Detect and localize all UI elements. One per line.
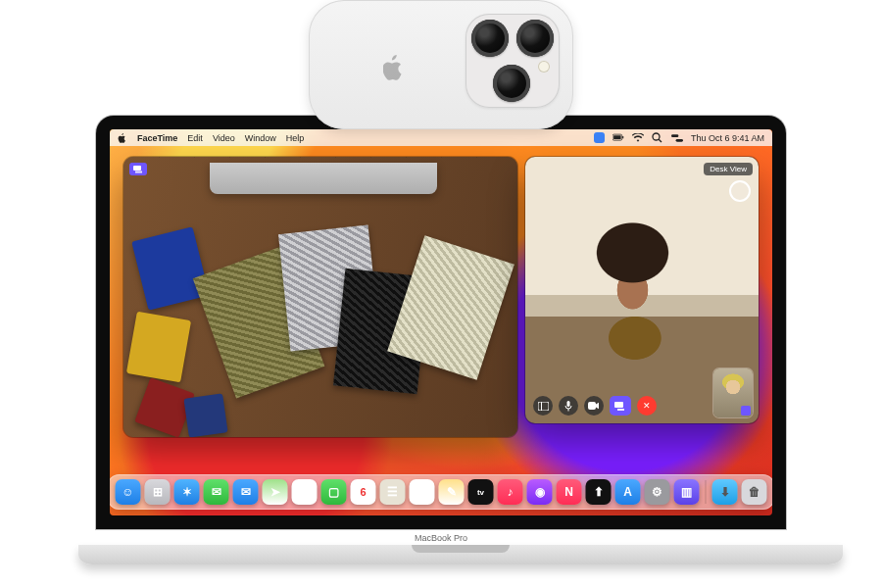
dock-app-stocks[interactable]: ⬆ bbox=[586, 479, 612, 505]
dock-app-maps[interactable]: ➤ bbox=[263, 479, 288, 505]
facetime-controls: ✕ bbox=[533, 396, 657, 416]
sample-block-navy bbox=[183, 393, 227, 437]
iphone-flash-icon bbox=[538, 61, 550, 73]
iphone-camera-bump bbox=[466, 14, 560, 108]
dock-app-finder[interactable]: ☺ bbox=[116, 479, 141, 505]
laptop-notch-cut bbox=[412, 545, 510, 553]
dock-app-photos[interactable]: ✿ bbox=[292, 479, 318, 505]
desktop: FaceTime Edit Video Window Help bbox=[110, 129, 772, 515]
dock: ☺⊞✶✉✉➤✿▢6☰☑✎tv♪◉N⬆A⚙▥⬇🗑 bbox=[110, 474, 772, 510]
desk-view-indicator-icon[interactable] bbox=[129, 163, 147, 175]
svg-point-3 bbox=[653, 133, 660, 140]
svg-line-4 bbox=[660, 139, 662, 142]
battery-icon[interactable] bbox=[612, 132, 624, 144]
continuity-camera-menu-icon[interactable] bbox=[594, 132, 605, 143]
dock-app-downloads[interactable]: ⬇ bbox=[712, 479, 738, 505]
dock-app-tv[interactable]: tv bbox=[468, 479, 494, 505]
dock-app-contacts[interactable]: ☰ bbox=[380, 479, 406, 505]
macbook: FaceTime Edit Video Window Help bbox=[78, 116, 804, 564]
wifi-icon[interactable] bbox=[632, 132, 644, 144]
svg-rect-8 bbox=[135, 171, 142, 172]
svg-rect-12 bbox=[588, 402, 596, 410]
dock-app-safari[interactable]: ✶ bbox=[174, 479, 200, 505]
dock-app-messages[interactable]: ✉ bbox=[204, 479, 229, 505]
self-view-pip[interactable] bbox=[713, 368, 753, 417]
desk-view-window[interactable] bbox=[123, 157, 517, 437]
dock-app-mail[interactable]: ✉ bbox=[233, 479, 259, 505]
laptop-edge-in-view bbox=[210, 163, 437, 194]
svg-rect-13 bbox=[614, 402, 623, 408]
menu-item-edit[interactable]: Edit bbox=[187, 133, 203, 143]
end-call-button[interactable]: ✕ bbox=[637, 396, 657, 416]
menu-bar-clock[interactable]: Thu Oct 6 9:41 AM bbox=[691, 133, 764, 143]
iphone-lens-icon bbox=[493, 65, 530, 102]
svg-rect-6 bbox=[676, 138, 683, 141]
spotlight-icon[interactable] bbox=[652, 132, 663, 144]
menu-app-name[interactable]: FaceTime bbox=[137, 133, 177, 143]
svg-rect-14 bbox=[617, 409, 624, 411]
share-screen-button[interactable] bbox=[610, 396, 631, 416]
menu-item-help[interactable]: Help bbox=[286, 133, 305, 143]
laptop-model-label: MacBook Pro bbox=[78, 533, 804, 543]
dock-app-reminders[interactable]: ☑ bbox=[410, 479, 435, 505]
dock-app-facetime[interactable]: ▢ bbox=[321, 479, 347, 505]
dock-app-notes[interactable]: ✎ bbox=[439, 479, 465, 505]
camera-button[interactable] bbox=[584, 396, 604, 416]
menu-item-window[interactable]: Window bbox=[245, 133, 276, 143]
menu-bar: FaceTime Edit Video Window Help bbox=[110, 129, 772, 146]
svg-rect-1 bbox=[613, 135, 621, 139]
pip-share-icon bbox=[741, 406, 751, 416]
apple-logo-icon bbox=[383, 55, 405, 80]
dock-app-calendar[interactable]: 6 bbox=[351, 479, 376, 505]
dock-app-launchpad[interactable]: ⊞ bbox=[145, 479, 171, 505]
svg-rect-2 bbox=[622, 136, 623, 138]
iphone-lens-icon bbox=[516, 20, 554, 57]
iphone-continuity-camera bbox=[309, 0, 573, 129]
dock-app-trash[interactable]: 🗑 bbox=[742, 479, 767, 505]
dock-app-settings[interactable]: ⚙ bbox=[645, 479, 670, 505]
menu-item-video[interactable]: Video bbox=[213, 133, 235, 143]
control-center-icon[interactable] bbox=[671, 132, 683, 144]
svg-rect-11 bbox=[567, 401, 570, 407]
dock-app-appstore[interactable]: A bbox=[615, 479, 641, 505]
dock-app-music[interactable]: ♪ bbox=[498, 479, 523, 505]
dock-app-news[interactable]: N bbox=[557, 479, 582, 505]
dock-separator bbox=[706, 480, 707, 504]
mute-button[interactable] bbox=[559, 396, 578, 416]
screen-bezel: FaceTime Edit Video Window Help bbox=[96, 116, 786, 529]
desk-view-badge[interactable]: Desk View bbox=[704, 163, 753, 175]
sample-block-yellow bbox=[126, 312, 191, 383]
sidebar-button[interactable] bbox=[533, 396, 553, 416]
dock-app-podcasts[interactable]: ◉ bbox=[527, 479, 553, 505]
live-photo-button[interactable] bbox=[729, 180, 751, 202]
svg-rect-9 bbox=[538, 402, 549, 411]
laptop-base bbox=[78, 545, 843, 564]
svg-rect-5 bbox=[671, 134, 678, 137]
dock-app-desk-view[interactable]: ▥ bbox=[674, 479, 700, 505]
apple-menu-icon[interactable] bbox=[118, 133, 127, 143]
facetime-call-window[interactable]: Desk View ✕ bbox=[525, 157, 759, 423]
svg-rect-7 bbox=[133, 166, 141, 171]
iphone-lens-icon bbox=[471, 20, 509, 57]
